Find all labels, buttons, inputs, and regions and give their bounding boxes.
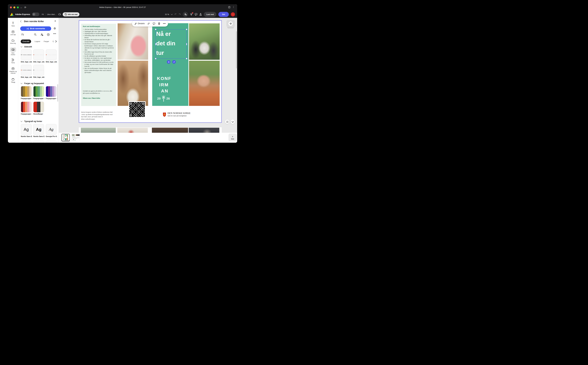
panel-close-icon[interactable]: × — [54, 20, 56, 23]
font-label: Nunito Sans E... — [21, 135, 32, 137]
tabs-scroll-right-icon[interactable] — [55, 40, 57, 42]
logo-card[interactable]: VUONA GIRKKO — [46, 49, 56, 60]
selection-box[interactable] — [156, 29, 187, 59]
canvas-scrollbar[interactable] — [236, 31, 237, 68]
rail-item-last-opp[interactable]: Last opp — [8, 30, 18, 35]
sort-icon[interactable] — [21, 33, 24, 36]
link-icon[interactable] — [147, 22, 150, 25]
ideas-button[interactable] — [190, 13, 193, 16]
section-farger[interactable]: Farger og fargepalett — [21, 82, 44, 84]
font-card[interactable] — [21, 141, 32, 143]
add-collaborator-icon[interactable] — [41, 33, 43, 36]
account-avatar[interactable] — [231, 12, 235, 16]
brochure-text-panel[interactable]: Kort om konfirmasjon Alle kan delta i ko… — [81, 24, 116, 106]
logo-card[interactable]: VUONA GIRKKO — [33, 49, 44, 60]
download-button[interactable]: Last ned — [204, 12, 216, 17]
rail-item-tema[interactable]: Tema — [8, 58, 18, 64]
konfirman-text: KONF — [157, 76, 171, 81]
undo-icon[interactable]: ↶ — [174, 13, 177, 16]
font-card[interactable] — [33, 141, 44, 143]
qr-code[interactable] — [129, 101, 146, 118]
rail-item-tillegg[interactable]: Tillegg — [8, 77, 18, 83]
assistant-toggle[interactable]: ✦ — [32, 13, 39, 16]
rail-item-varemerker[interactable]: Vare-merker — [8, 47, 18, 56]
color-palette-card[interactable] — [21, 102, 32, 112]
comments-button[interactable] — [195, 13, 197, 16]
resize-handle-e[interactable] — [186, 43, 187, 45]
move-handle[interactable] — [167, 60, 170, 64]
adobe-express-logo[interactable] — [10, 13, 14, 16]
resize-handle-ne[interactable] — [186, 28, 187, 30]
rewrite-wand-icon[interactable] — [134, 22, 137, 25]
font-card[interactable]: Ag — [21, 124, 32, 135]
tab-farger[interactable]: Farger — [44, 41, 49, 42]
tab-partial[interactable]: S — [53, 41, 54, 42]
tab-oversikt[interactable]: Oversikt — [21, 40, 31, 43]
layers-card[interactable] — [226, 20, 235, 27]
color-palette-card[interactable] — [21, 86, 32, 97]
more-options-icon[interactable]: ••• — [163, 22, 166, 25]
add-page-button[interactable]: + Side — [228, 133, 237, 141]
layers-card-lip — [227, 27, 234, 28]
brochure-heading: Kort om konfirmasjon — [83, 25, 114, 27]
page-1-thumbnail[interactable]: ••• 1 — [62, 134, 70, 141]
logo-card[interactable]: VUONA GIRKKO — [33, 65, 44, 76]
add-circle-icon[interactable] — [47, 33, 50, 36]
palette-label: Fargegruppe –... — [21, 98, 32, 99]
menu-fil[interactable]: Fil — [42, 14, 44, 15]
logo-card[interactable]: VUONA GIRKKO — [21, 49, 32, 60]
browser-menu-icon[interactable]: ⋮ — [232, 6, 235, 8]
document-name[interactable]: Uten tittel… — [47, 14, 56, 15]
section-typografi[interactable]: Typografi og fonter — [21, 120, 42, 122]
tab-logoer[interactable]: Logoer — [34, 41, 40, 42]
artboard-page-2[interactable] — [79, 127, 222, 133]
rail-item-dine-ting[interactable]: Dine ting — [8, 39, 18, 44]
panel-back-icon[interactable] — [20, 20, 22, 22]
rotate-handle[interactable]: ↺ — [172, 60, 176, 64]
photo-youth-group[interactable] — [118, 23, 148, 60]
redo-icon[interactable]: ↷ — [178, 13, 181, 16]
color-palette-card[interactable] — [33, 102, 44, 112]
resize-handle-w[interactable] — [155, 43, 156, 45]
thumbnail-menu-icon[interactable]: ••• — [64, 135, 67, 138]
use-brand-button[interactable]: Bruk varemerke — [20, 26, 51, 31]
collapse-chevron-button[interactable] — [231, 119, 235, 124]
comment-icon[interactable] — [153, 22, 155, 25]
rail-item-diagram[interactable]: Diagram og rutenett — [8, 67, 18, 74]
left-rail: T Tekst Last opp Dine ting — [8, 18, 18, 143]
extensions-icon[interactable] — [228, 6, 231, 8]
photo — [81, 128, 116, 133]
invite-people-button[interactable] — [183, 12, 188, 17]
rewrite-label[interactable]: Omskriv — [138, 22, 145, 25]
resize-handle-se[interactable] — [186, 58, 187, 59]
color-palette-card[interactable] — [46, 86, 56, 97]
panel-more-icon[interactable]: ••• — [53, 32, 56, 35]
search-icon[interactable] — [34, 33, 37, 36]
resize-handle-nw[interactable] — [155, 28, 157, 30]
logo-card[interactable]: VUONA GIRKKO — [21, 65, 32, 76]
konfirman-text: IRM — [159, 83, 169, 87]
palette-stripe — [23, 102, 25, 112]
page-2-thumbnail[interactable]: 2 — [72, 134, 80, 141]
brand-settings-gear-icon[interactable]: ⚙ — [54, 27, 56, 30]
photo-bunad-family[interactable] — [189, 23, 220, 60]
font-card[interactable]: Ag — [33, 124, 44, 135]
share-button[interactable]: Del — [218, 12, 229, 17]
resize-handle-sw[interactable] — [155, 58, 157, 59]
grid-view-button[interactable] — [225, 119, 229, 124]
zoom-chevron-down-icon[interactable] — [171, 13, 173, 15]
info-om-mal-button[interactable]: Info om mal — [63, 12, 79, 16]
font-card[interactable] — [46, 141, 56, 143]
panel-scrollbar[interactable] — [57, 84, 58, 102]
font-card[interactable]: Ag — [46, 124, 56, 135]
delete-icon[interactable] — [158, 22, 160, 25]
beta-flask-icon[interactable] — [199, 13, 202, 16]
section-sidestilt[interactable]: Sidestilt — [21, 46, 32, 48]
artboard-page-1[interactable]: Kort om konfirmasjon Alle kan delta i ko… — [79, 20, 222, 123]
zoom-level[interactable]: 31 % — [165, 14, 169, 15]
photo-smiling-girl[interactable] — [189, 61, 220, 106]
color-palette-card[interactable] — [33, 86, 44, 97]
photo-church-procession[interactable] — [118, 61, 148, 106]
rail-item-tekst[interactable]: T Tekst — [8, 21, 18, 27]
canvas-area[interactable]: Kort om konfirmasjon Alle kan delta i ko… — [59, 18, 237, 133]
